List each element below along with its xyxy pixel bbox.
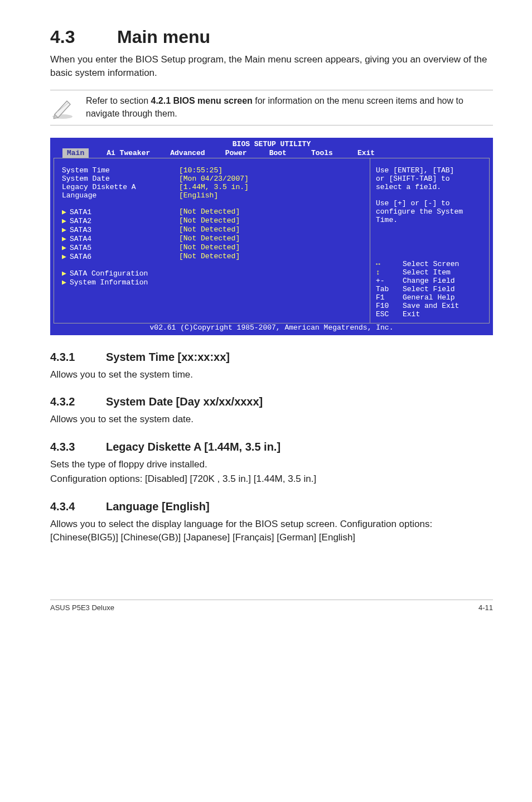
note-bold: 4.2.1 BIOS menu screen: [151, 96, 253, 105]
help-line: or [SHIFT-TAB] to: [376, 175, 483, 183]
row-sata-config[interactable]: ▶SATA Configuration: [62, 269, 362, 278]
help-line: select a field.: [376, 183, 483, 191]
right-arrow-icon: ▶: [62, 269, 70, 278]
row-system-time[interactable]: System Time[10:55:25]: [62, 166, 362, 175]
right-arrow-icon: ▶: [62, 243, 70, 252]
sub-body: Allows you to set the system date.: [50, 413, 493, 426]
bios-tab-bar: Main Ai Tweaker Advanced Power Boot Tool…: [52, 148, 491, 158]
sub-body: Sets the type of floppy drive installed.: [50, 458, 493, 471]
bios-content: System Time[10:55:25] System Date[Mon 04…: [54, 158, 490, 323]
row-sata1[interactable]: ▶SATA1[Not Detected]: [62, 207, 362, 216]
row-sata6[interactable]: ▶SATA6[Not Detected]: [62, 252, 362, 261]
bios-copyright: v02.61 (C)Copyright 1985-2007, American …: [52, 323, 491, 333]
section-title: Main menu: [117, 27, 210, 47]
up-down-arrow-icon: ↕: [376, 268, 380, 277]
nav-help: F1General Help: [376, 293, 483, 302]
tab-advanced[interactable]: Advanced: [166, 148, 209, 158]
bios-title: BIOS SETUP UTILITY: [52, 140, 491, 148]
tab-exit[interactable]: Exit: [353, 148, 379, 158]
sub-heading-432: 4.3.2System Date [Day xx/xx/xxxx]: [50, 395, 493, 408]
tab-ai-tweaker[interactable]: Ai Tweaker: [102, 148, 154, 158]
left-right-arrow-icon: ↔: [376, 260, 380, 268]
row-sata3[interactable]: ▶SATA3[Not Detected]: [62, 225, 362, 234]
right-arrow-icon: ▶: [62, 234, 70, 243]
nav-select-item: ↕Select Item: [376, 268, 483, 277]
right-arrow-icon: ▶: [62, 252, 70, 261]
row-sata4[interactable]: ▶SATA4[Not Detected]: [62, 234, 362, 243]
row-system-date[interactable]: System Date[Mon 04/23/2007]: [62, 175, 362, 183]
nav-select-screen: ↔Select Screen: [376, 260, 483, 268]
footer-right: 4-11: [478, 603, 493, 612]
bios-screenshot: BIOS SETUP UTILITY Main Ai Tweaker Advan…: [50, 138, 493, 335]
nav-exit: ESCExit: [376, 310, 483, 318]
tab-gap: [52, 148, 62, 158]
note-text: Refer to section 4.2.1 BIOS menu screen …: [86, 95, 493, 120]
right-arrow-icon: ▶: [62, 216, 70, 225]
help-line: Time.: [376, 216, 483, 224]
tab-power[interactable]: Power: [221, 148, 252, 158]
help-line: Use [+] or [-] to: [376, 199, 483, 207]
note-pre: Refer to section: [86, 96, 151, 105]
help-line: configure the System: [376, 207, 483, 216]
row-system-info[interactable]: ▶System Information: [62, 278, 362, 287]
tab-main[interactable]: Main: [62, 148, 89, 158]
row-legacy-diskette[interactable]: Legacy Diskette A[1.44M, 3.5 in.]: [62, 183, 362, 191]
sub-body: Allows you to set the system time.: [50, 368, 493, 381]
row-sata5[interactable]: ▶SATA5[Not Detected]: [62, 243, 362, 252]
nav-select-field: TabSelect Field: [376, 285, 483, 293]
tab-tools[interactable]: Tools: [307, 148, 337, 158]
note-box: Refer to section 4.2.1 BIOS menu screen …: [50, 90, 493, 125]
row-sata2[interactable]: ▶SATA2[Not Detected]: [62, 216, 362, 225]
right-arrow-icon: ▶: [62, 225, 70, 234]
right-arrow-icon: ▶: [62, 278, 70, 287]
sub-body: Allows you to select the display languag…: [50, 518, 493, 544]
bios-help-pane: Use [ENTER], [TAB] or [SHIFT-TAB] to sel…: [370, 158, 489, 323]
sub-heading-434: 4.3.4Language [English]: [50, 500, 493, 513]
right-arrow-icon: ▶: [62, 207, 70, 216]
sub-heading-433: 4.3.3Legacy Diskette A [1.44M, 3.5 in.]: [50, 441, 493, 453]
nav-change-field: +-Change Field: [376, 277, 483, 285]
bios-left-pane: System Time[10:55:25] System Date[Mon 04…: [54, 158, 370, 323]
section-heading: 4.3Main menu: [50, 27, 493, 47]
row-language[interactable]: Language[English]: [62, 191, 362, 200]
pencil-icon-svg: [50, 95, 75, 120]
nav-save-exit: F10Save and Exit: [376, 302, 483, 310]
sub-heading-431: 4.3.1System Time [xx:xx:xx]: [50, 351, 493, 364]
footer-left: ASUS P5E3 Deluxe: [50, 603, 114, 612]
page-footer: ASUS P5E3 Deluxe 4-11: [50, 600, 493, 612]
pencil-icon: [50, 95, 75, 120]
tab-boot[interactable]: Boot: [265, 148, 291, 158]
help-line: Use [ENTER], [TAB]: [376, 166, 483, 175]
sub-body: Configuration options: [Disabled] [720K …: [50, 472, 493, 486]
intro-paragraph: When you enter the BIOS Setup program, t…: [50, 53, 493, 80]
section-number: 4.3: [50, 27, 117, 47]
